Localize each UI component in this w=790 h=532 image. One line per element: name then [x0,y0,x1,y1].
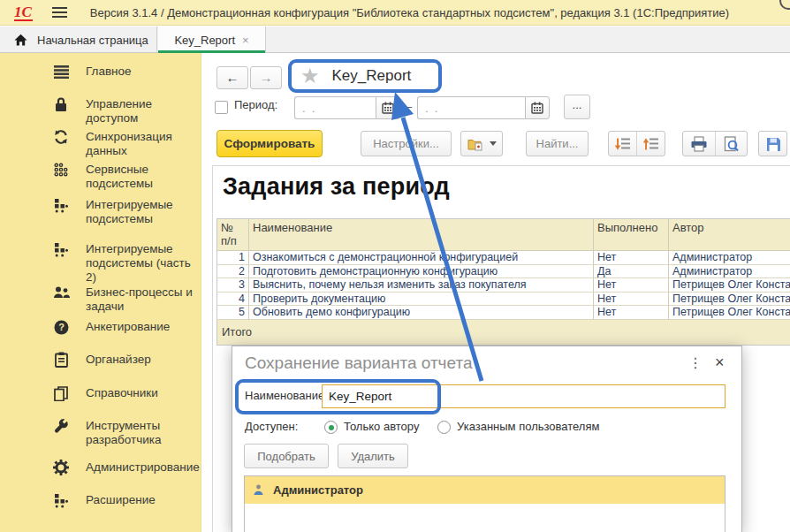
kebab-menu-icon[interactable]: ⋮ [688,354,703,371]
delete-button[interactable]: Удалить [338,444,408,468]
sidebar-item-sync[interactable]: Синхронизация данных [0,128,201,158]
table-row[interactable]: 4 Проверить документацию Нет Петрищев Ол… [216,293,790,307]
col-header-name: Наименование [249,219,594,251]
sidebar-item-survey[interactable]: ? Анкетирование [0,318,201,336]
preview-icon[interactable] [716,136,748,152]
clipboard-icon [51,351,71,369]
folder-copy-icon [467,137,484,151]
sidebar-item-extension[interactable]: Расширение [0,491,201,509]
chevron-down-icon [490,141,497,146]
sidebar-item-dev-tools[interactable]: Инструменты разработчика [0,417,201,447]
tab-home[interactable]: Начальная страница [0,27,157,53]
back-button[interactable]: ← [216,66,248,89]
svg-text:?: ? [58,322,65,332]
period-end-input[interactable] [417,96,525,119]
sidebar-item-organizer[interactable]: Органайзер [0,351,201,369]
tab-report[interactable]: Key_Report × [158,27,266,53]
sidebar-item-main[interactable]: Главное [0,63,201,80]
settings-button[interactable]: Настройки... [361,131,452,156]
sidebar-item-catalogs[interactable]: Справочники [0,384,201,402]
pick-button[interactable]: Подобрать [244,444,329,468]
lock-icon [51,95,71,113]
col-header-author: Автор [669,219,790,251]
sidebar-item-integrated-1[interactable]: Интегрируемые подсистемы [0,196,201,226]
find-button[interactable]: Найти... [526,131,589,156]
sidebar: Главное Управление доступом Синхронизаци… [0,53,201,532]
access-label: Доступен: [245,420,298,433]
save-variant-dialog: Сохранение варианта отчета ⋮ × Наименова… [232,346,742,532]
sidebar-item-integrated-2[interactable]: Интегрируемые подсистемы (часть 2) [0,240,201,285]
table-header-row: №п/п Наименование Выполнено Автор [216,218,790,251]
app-window: 1С Версия 3.1.4 / Демонстрационная конфи… [0,0,790,532]
wrench-icon [51,417,71,435]
period-start-input[interactable] [294,96,376,119]
sort-descending-icon[interactable] [609,137,636,151]
report-title-highlight: ★ Key_Report [288,59,442,93]
col-header-num: №п/п [216,219,249,251]
sync-icon [51,128,71,146]
books-icon [51,384,71,402]
gear-icon [51,459,71,476]
period-more-button[interactable]: ... [564,95,590,119]
blocks-icon [51,196,71,214]
table-total-row: Итого [216,320,790,346]
variant-name-input[interactable] [322,384,725,408]
page-title: Key_Report [332,67,412,85]
report-table: №п/п Наименование Выполнено Автор 1 Озна… [216,218,790,346]
name-label: Наименование: [245,389,328,402]
list-item-user[interactable]: Администратор [245,476,725,504]
calendar-icon[interactable] [376,96,400,119]
dots-grid-icon [51,161,71,179]
home-icon [13,33,28,47]
main-menu-icon[interactable] [52,7,67,18]
sidebar-item-service[interactable]: Сервисные подсистемы [0,161,201,191]
report-variants-button[interactable] [460,131,503,156]
table-row[interactable]: 3 Выяснить, почему нельзя изменить заказ… [216,278,790,293]
radio-specified-users[interactable] [437,421,451,434]
1c-logo: 1С [14,4,33,21]
favorite-star-icon[interactable]: ★ [300,65,320,87]
print-icon[interactable] [683,136,715,152]
tab-bar: Начальная страница Key_Report × [0,27,790,53]
calendar-icon[interactable] [525,96,550,119]
user-name: Администратор [273,483,363,497]
dialog-title: Сохранение варианта отчета [245,353,472,373]
sidebar-item-business-processes[interactable]: Бизнес-процессы и задачи [0,284,201,314]
radio-specified-users-label: Указанным пользователям [457,420,599,433]
report-heading: Задания за период [223,173,450,201]
sidebar-item-administration[interactable]: Администрирование [0,459,201,476]
sort-ascending-icon[interactable] [637,137,665,151]
generate-button[interactable]: Сформировать [216,130,323,157]
blocks-icon [51,491,71,509]
users-list: Администратор [244,475,725,532]
table-row[interactable]: 2 Подготовить демонстрационную конфигура… [216,265,790,279]
user-icon [253,484,264,496]
print-preview-buttons [682,131,748,156]
table-row[interactable]: 5 Обновить демо конфигурацию Нет Петрище… [216,306,790,320]
table-row[interactable]: 1 Ознакомиться с демонстрационной конфиг… [216,251,790,265]
search-icon[interactable] [779,0,790,10]
blocks-icon [51,240,71,258]
window-title: Версия 3.1.4 / Демонстрационная конфигур… [90,6,729,19]
sidebar-item-access[interactable]: Управление доступом [0,95,201,125]
tab-report-label: Key_Report [174,34,235,47]
col-header-done: Выполнено [594,219,669,251]
save-icon [765,136,781,152]
question-icon: ? [51,318,71,336]
save-button[interactable] [758,131,787,156]
tab-home-label: Начальная страница [37,34,148,47]
tab-close-icon[interactable]: × [242,34,249,47]
radio-author-only-label: Только автору [344,420,419,433]
forward-button[interactable]: → [250,66,282,89]
people-icon [51,284,71,301]
period-label: Период: [234,98,277,111]
radio-author-only[interactable] [324,421,338,434]
menu-icon [51,63,71,80]
sort-buttons [608,131,665,156]
title-bar: 1С Версия 3.1.4 / Демонстрационная конфи… [0,0,790,26]
period-checkbox[interactable] [215,101,228,114]
period-range-dash: – [406,100,412,113]
close-icon[interactable]: × [715,353,725,372]
